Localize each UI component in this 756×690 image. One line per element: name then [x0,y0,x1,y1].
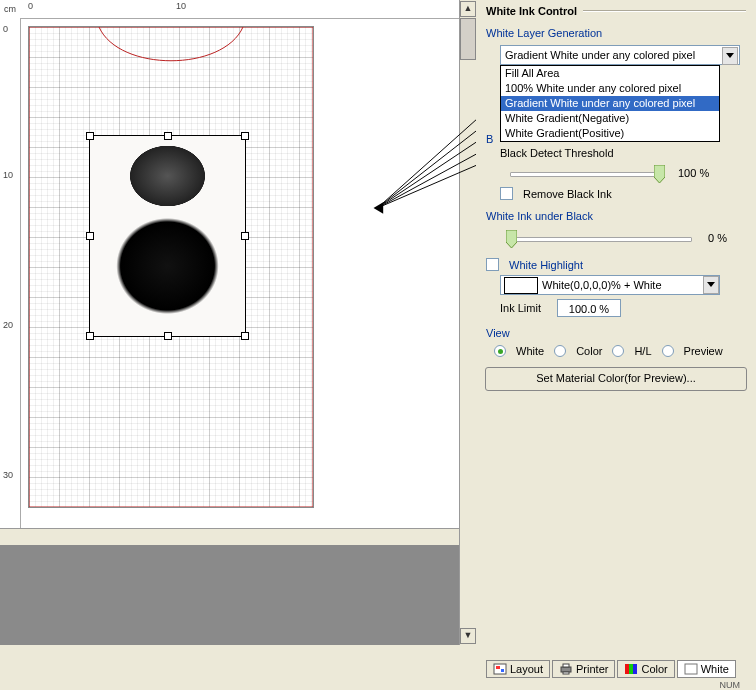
svg-marker-9 [707,282,715,287]
combo-option-negative[interactable]: White Gradient(Negative) [501,111,719,126]
tab-layout[interactable]: Layout [486,660,550,678]
canvas-scrollbar-vertical[interactable]: ▲ ▼ [459,0,476,645]
print-page[interactable] [28,26,314,508]
svg-rect-14 [563,664,569,667]
group-white-highlight: White Highlight White(0,0,0,0)% + White … [486,258,746,317]
resize-handle-s[interactable] [164,332,172,340]
resize-handle-nw[interactable] [86,132,94,140]
radio-color[interactable] [554,345,566,357]
black-detect-value: 100 % [678,167,709,179]
svg-marker-7 [654,165,665,183]
svg-rect-12 [501,669,504,672]
white-ink-control-panel: White Ink Control White Layer Generation… [476,0,756,650]
tab-white[interactable]: White [677,660,736,678]
combo-dropdown-list[interactable]: Fill All Area 100% White under any color… [500,65,720,142]
radio-white-label: White [516,345,544,357]
set-material-color-button[interactable]: Set Material Color(for Preview)... [485,367,747,391]
white-under-black-slider[interactable] [506,228,696,248]
status-bar: NUM [0,680,756,690]
radio-preview[interactable] [662,345,674,357]
radio-preview-label: Preview [684,345,723,357]
radio-white[interactable] [494,345,506,357]
white-highlight-label: White Highlight [509,259,583,271]
printer-icon [559,663,573,675]
canvas-scrollbar-horizontal[interactable] [0,528,476,545]
resize-handle-e[interactable] [241,232,249,240]
resize-handle-se[interactable] [241,332,249,340]
combo-option-100-white[interactable]: 100% White under any colored pixel [501,81,719,96]
canvas[interactable]: cm 0 10 0 10 20 30 [0,0,460,528]
ink-limit-label: Ink Limit [500,302,541,314]
svg-marker-6 [726,53,734,58]
panel-title: White Ink Control [486,5,577,17]
white-highlight-combo[interactable]: White(0,0,0,0)% + White [500,275,720,295]
tab-printer[interactable]: Printer [552,660,615,678]
combo-display[interactable]: Gradient White under any colored pixel [500,45,740,65]
svg-rect-15 [563,672,569,674]
resize-handle-ne[interactable] [241,132,249,140]
svg-marker-8 [506,230,517,248]
ink-limit-input[interactable]: 100.0 % [557,299,621,317]
slider-thumb[interactable] [506,230,517,248]
group-white-layer-generation: White Layer Generation Gradient White un… [486,27,746,200]
design-canvas-area: cm 0 10 0 10 20 30 [0,0,476,645]
white-icon [684,663,698,675]
combo-option-positive[interactable]: White Gradient(Positive) [501,126,719,141]
chevron-down-icon[interactable] [722,47,738,65]
svg-rect-18 [633,664,637,674]
slider-thumb[interactable] [654,165,665,183]
svg-rect-16 [625,664,629,674]
white-highlight-checkbox[interactable] [486,258,499,271]
layout-icon [493,663,507,675]
group-view: View White Color H/L Preview [486,327,746,357]
radio-hl[interactable] [612,345,624,357]
combo-option-fill-all[interactable]: Fill All Area [501,66,719,81]
combo-option-gradient-white[interactable]: Gradient White under any colored pixel [501,96,719,111]
scroll-down-button[interactable]: ▼ [460,628,476,644]
black-detect-threshold-label: Black Detect Threshold [500,147,746,159]
panel-tab-bar: Layout Printer Color White [486,660,756,680]
black-detect-slider[interactable] [506,163,666,183]
remove-black-ink-label: Remove Black Ink [523,188,612,200]
group-title-view: View [486,327,746,339]
radio-color-label: Color [576,345,602,357]
group-title-wub: White Ink under Black [486,210,746,222]
white-highlight-combo-text: White(0,0,0,0)% + White [542,279,662,291]
remove-black-ink-checkbox[interactable] [500,187,513,200]
color-swatch-white [504,277,538,294]
white-under-black-value: 0 % [708,232,727,244]
svg-rect-19 [685,664,697,674]
tab-color[interactable]: Color [617,660,674,678]
resize-handle-w[interactable] [86,232,94,240]
ruler-vertical: 0 10 20 30 [0,18,21,528]
group-white-under-black: White Ink under Black 0 % [486,210,746,248]
svg-rect-13 [561,667,571,672]
white-layer-mode-combo[interactable]: Gradient White under any colored pixel F… [500,45,740,65]
ruler-horizontal: 0 10 [20,0,460,19]
ruler-unit: cm [0,0,21,19]
chevron-down-icon[interactable] [703,276,719,294]
placed-image [90,136,245,336]
resize-handle-sw[interactable] [86,332,94,340]
svg-rect-17 [629,664,633,674]
radio-hl-label: H/L [634,345,651,357]
scroll-thumb[interactable] [460,18,476,60]
color-icon [624,663,638,675]
scroll-up-button[interactable]: ▲ [460,1,476,17]
svg-rect-11 [496,666,500,669]
resize-handle-n[interactable] [164,132,172,140]
status-numlock: NUM [720,680,741,690]
image-selection[interactable] [89,135,246,337]
group-title-wlg: White Layer Generation [486,27,746,39]
